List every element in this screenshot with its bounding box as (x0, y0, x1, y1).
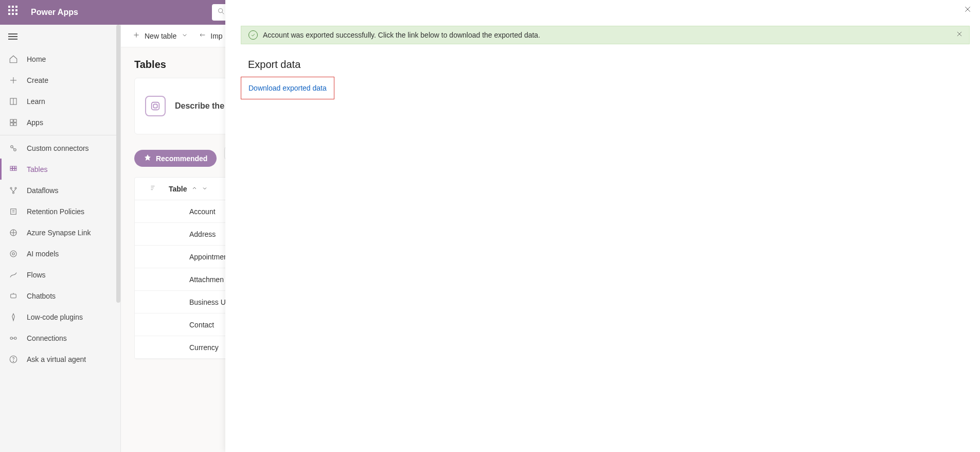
table-header[interactable]: Table (135, 178, 237, 200)
sidebar-item-custom-connectors[interactable]: Custom connectors (0, 137, 120, 159)
recommended-pill[interactable]: Recommended (134, 150, 217, 167)
import-button[interactable]: Imp (198, 31, 222, 41)
close-panel-button[interactable] (964, 5, 973, 14)
svg-point-31 (13, 361, 13, 361)
table-row-label: Appointmen (189, 253, 228, 261)
plus-icon (132, 31, 140, 41)
retention-icon (8, 206, 19, 217)
svg-rect-7 (14, 119, 16, 122)
star-icon (144, 153, 152, 163)
tables-icon (8, 164, 19, 175)
svg-rect-15 (10, 168, 12, 170)
svg-rect-13 (13, 166, 15, 168)
svg-rect-6 (10, 119, 13, 122)
table-row[interactable]: Contact (135, 314, 237, 336)
sidebar-item-label: Ask a virtual agent (27, 355, 86, 363)
sidebar-item-chatbots[interactable]: Chatbots (0, 285, 120, 306)
chevron-down-icon (181, 31, 189, 41)
svg-rect-21 (11, 208, 16, 214)
sidebar-item-label: Connections (27, 334, 67, 342)
chevron-down-icon (202, 185, 208, 193)
svg-rect-36 (153, 104, 157, 108)
chatbot-icon (8, 291, 19, 301)
synapse-icon (8, 228, 19, 238)
table-row[interactable]: Attachmen (135, 268, 237, 291)
table-row[interactable]: Appointmen (135, 246, 237, 268)
plugin-icon (8, 312, 19, 322)
svg-rect-12 (10, 166, 12, 168)
book-icon (8, 96, 19, 107)
sidebar-item-label: Azure Synapse Link (27, 229, 91, 237)
help-icon (8, 354, 19, 364)
table-row[interactable]: Business U (135, 291, 237, 314)
panel-title: Export data (248, 59, 980, 71)
table-row-label: Address (189, 230, 216, 238)
svg-rect-35 (152, 102, 159, 110)
sidebar-item-tables[interactable]: Tables (0, 159, 120, 180)
download-exported-data-link[interactable]: Download exported data (248, 84, 327, 92)
app-launcher-icon[interactable] (8, 6, 22, 19)
sort-asc-icon (191, 185, 198, 193)
sidebar-scrollbar[interactable] (116, 25, 120, 303)
close-notice-button[interactable] (956, 30, 964, 39)
table-row-label: Contact (189, 321, 214, 329)
svg-point-20 (13, 192, 14, 194)
sidebar-item-label: Dataflows (27, 186, 58, 195)
dataflows-icon (8, 185, 19, 196)
table-row[interactable]: Address (135, 223, 237, 246)
copilot-card-text: Describe the (175, 101, 224, 111)
table-row-label: Currency (189, 343, 219, 352)
sidebar-item-create[interactable]: Create (0, 69, 120, 91)
success-check-icon (248, 30, 258, 40)
sidebar-item-learn[interactable]: Learn (0, 91, 120, 112)
ai-icon (8, 249, 19, 259)
svg-rect-16 (13, 168, 15, 170)
flows-icon (8, 270, 19, 280)
sidebar-item-retention[interactable]: Retention Policies (0, 201, 120, 222)
sidebar-item-label: AI models (27, 250, 59, 258)
sidebar-item-connections[interactable]: Connections (0, 327, 120, 349)
notice-text: Account was exported successfully. Click… (263, 31, 540, 39)
svg-rect-25 (11, 294, 16, 298)
app-title: Power Apps (31, 8, 78, 17)
svg-rect-17 (15, 168, 16, 170)
new-table-button[interactable]: New table (132, 31, 189, 41)
sidebar-item-ai-models[interactable]: AI models (0, 243, 120, 264)
svg-point-28 (14, 337, 17, 339)
apps-icon (8, 117, 19, 128)
sidebar-item-home[interactable]: Home (0, 48, 120, 69)
svg-rect-8 (10, 123, 13, 125)
table-header-label: Table (169, 185, 187, 193)
sidebar-item-label: Learn (27, 97, 45, 106)
success-notice: Account was exported successfully. Click… (241, 26, 970, 44)
sidebar: Home Create Learn Apps Custom connectors… (0, 25, 121, 452)
sidebar-item-synapse[interactable]: Azure Synapse Link (0, 222, 120, 243)
sidebar-item-plugins[interactable]: Low-code plugins (0, 306, 120, 327)
table-row-label: Attachmen (189, 275, 224, 284)
tables-list: Table Account Address Appointmen Attachm… (134, 177, 237, 359)
sidebar-item-virtual-agent[interactable]: Ask a virtual agent (0, 349, 120, 370)
sidebar-item-label: Low-code plugins (27, 313, 83, 321)
search-icon (217, 7, 225, 18)
sidebar-item-flows[interactable]: Flows (0, 264, 120, 285)
sidebar-item-label: Custom connectors (27, 144, 89, 152)
svg-point-18 (10, 187, 12, 189)
sidebar-item-dataflows[interactable]: Dataflows (0, 180, 120, 201)
svg-point-24 (12, 252, 15, 255)
svg-point-0 (219, 9, 223, 13)
svg-line-1 (222, 12, 224, 14)
sidebar-item-label: Flows (27, 271, 46, 279)
table-row[interactable]: Account (135, 200, 237, 223)
download-highlight-box: Download exported data (241, 77, 334, 99)
sidebar-item-label: Create (27, 76, 48, 84)
sidebar-item-label: Tables (27, 165, 47, 173)
sidebar-item-apps[interactable]: Apps (0, 112, 120, 133)
svg-marker-37 (145, 154, 151, 161)
table-row[interactable]: Currency (135, 336, 237, 359)
hamburger-icon[interactable] (0, 25, 120, 48)
connections-icon (8, 333, 19, 343)
new-table-label: New table (145, 32, 176, 40)
sidebar-item-label: Retention Policies (27, 207, 84, 216)
sort-icon (149, 184, 156, 193)
import-icon (198, 31, 206, 41)
